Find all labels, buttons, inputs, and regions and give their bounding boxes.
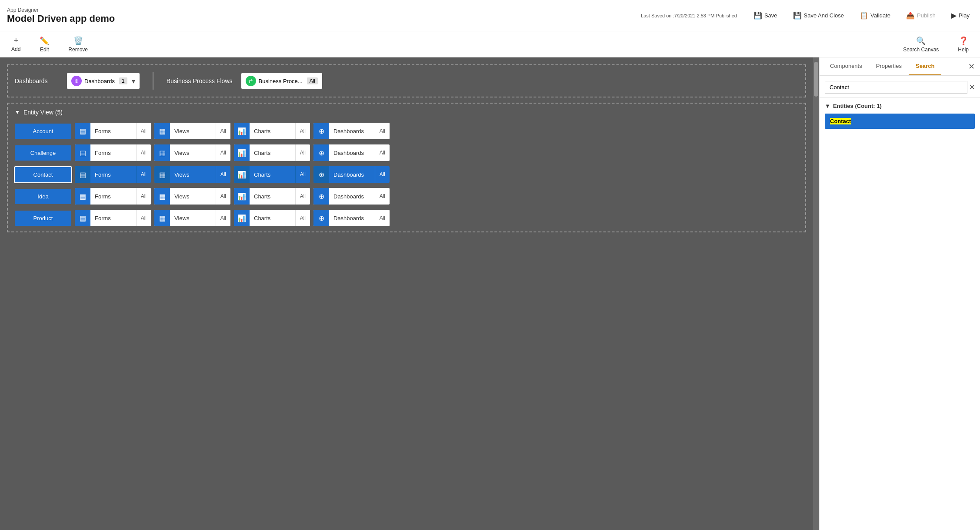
charts-icon: 📊 — [234, 210, 250, 226]
help-button[interactable]: ❓ Help — [953, 33, 973, 56]
forms-chip-label: Forms — [90, 215, 136, 221]
entity-name-button[interactable]: Idea — [15, 189, 71, 204]
views-chip-label: Views — [170, 128, 216, 134]
views-chip[interactable]: ▦ViewsAll — [154, 144, 230, 161]
search-input[interactable] — [825, 81, 967, 94]
save-button[interactable]: 💾 Save — [750, 10, 781, 21]
charts-chip[interactable]: 📊ChartsAll — [234, 166, 310, 183]
entity-name-button[interactable]: Account — [15, 124, 71, 139]
dashboards-entity-chip[interactable]: ⊕DashboardsAll — [313, 123, 390, 139]
play-button[interactable]: ▶ Play — [948, 10, 973, 21]
dashboards-entity-chip[interactable]: ⊕DashboardsAll — [313, 144, 390, 161]
save-close-button[interactable]: 💾 Save And Close — [790, 10, 848, 21]
charts-chip-count: All — [295, 210, 310, 226]
views-icon: ▦ — [154, 188, 170, 205]
add-button[interactable]: + Add — [7, 33, 25, 56]
entity-result-highlight: Contact — [830, 118, 851, 124]
views-chip-count: All — [216, 210, 230, 226]
collapse-arrow-icon[interactable]: ▼ — [15, 109, 20, 115]
edit-icon: ✏️ — [40, 36, 49, 46]
bpf-chip-count: All — [307, 77, 318, 84]
charts-chip-count: All — [295, 188, 310, 205]
app-title: Model Driven app demo — [7, 13, 115, 24]
entities-header[interactable]: ▼ Entities (Count: 1) — [825, 103, 975, 109]
forms-chip-count: All — [136, 166, 151, 183]
remove-button[interactable]: 🗑️ Remove — [64, 33, 92, 56]
entity-result[interactable]: Contact — [825, 114, 975, 129]
dashboards-chip[interactable]: ⊕ Dashboards 1 ▾ — [67, 73, 140, 89]
entity-row: Product▤FormsAll▦ViewsAll📊ChartsAll⊕Dash… — [15, 210, 798, 226]
charts-chip-count: All — [295, 144, 310, 161]
entity-rows: Account▤FormsAll▦ViewsAll📊ChartsAll⊕Dash… — [15, 123, 798, 226]
views-chip-label: Views — [170, 171, 216, 178]
dashboards-label: Dashboards — [15, 77, 58, 84]
dashboards-entity-chip-label: Dashboards — [329, 193, 375, 200]
bpf-label: Business Process Flows — [167, 77, 233, 84]
validate-icon: 📋 — [860, 11, 868, 20]
charts-icon: 📊 — [234, 144, 250, 161]
validate-button[interactable]: 📋 Validate — [856, 10, 894, 21]
main-layout: Dashboards ⊕ Dashboards 1 ▾ Business Pro… — [0, 57, 980, 530]
forms-icon: ▤ — [75, 123, 90, 139]
tab-search[interactable]: Search — [909, 57, 941, 75]
forms-chip[interactable]: ▤FormsAll — [75, 123, 151, 139]
edit-label: Edit — [40, 47, 49, 53]
forms-chip-count: All — [136, 123, 151, 139]
entity-name-button[interactable]: Product — [15, 211, 71, 226]
bpf-divider — [153, 72, 153, 90]
add-icon: + — [13, 36, 18, 45]
entities-collapse-icon: ▼ — [825, 103, 830, 109]
panel-close-button[interactable]: ✕ — [967, 60, 977, 73]
top-bar-right: Last Saved on :7/20/2021 2:53 PM Publish… — [641, 10, 973, 21]
charts-chip[interactable]: 📊ChartsAll — [234, 144, 310, 161]
entity-row: Account▤FormsAll▦ViewsAll📊ChartsAll⊕Dash… — [15, 123, 798, 139]
toolbar-right: 🔍 Search Canvas ❓ Help — [899, 33, 973, 56]
bpf-chip[interactable]: ⇄ Business Proce... All — [241, 73, 323, 89]
charts-chip[interactable]: 📊ChartsAll — [234, 188, 310, 205]
entity-row: Idea▤FormsAll▦ViewsAll📊ChartsAll⊕Dashboa… — [15, 188, 798, 205]
canvas-content[interactable]: Dashboards ⊕ Dashboards 1 ▾ Business Pro… — [0, 57, 813, 530]
remove-label: Remove — [68, 47, 88, 53]
dashboards-entity-chip-label: Dashboards — [329, 171, 375, 178]
views-chip[interactable]: ▦ViewsAll — [154, 188, 230, 205]
charts-chip[interactable]: 📊ChartsAll — [234, 123, 310, 139]
entity-name-button[interactable]: Challenge — [15, 145, 71, 161]
dashboards-chip-label: Dashboards — [84, 78, 115, 84]
dashboards-entity-chip-count: All — [375, 210, 390, 226]
views-chip-count: All — [216, 188, 230, 205]
search-clear-button[interactable]: ✕ — [969, 83, 975, 91]
dashboards-entity-chip[interactable]: ⊕DashboardsAll — [313, 166, 390, 183]
top-bar: App Designer Model Driven app demo Last … — [0, 0, 980, 31]
dashboards-entity-chip[interactable]: ⊕DashboardsAll — [313, 188, 390, 205]
forms-icon: ▤ — [75, 144, 90, 161]
entity-name-button[interactable]: Contact — [15, 167, 71, 182]
search-canvas-button[interactable]: 🔍 Search Canvas — [899, 33, 943, 56]
canvas-scrollbar[interactable] — [813, 57, 819, 530]
charts-chip-label: Charts — [250, 128, 295, 134]
dashboards-entity-chip[interactable]: ⊕DashboardsAll — [313, 210, 390, 226]
dashboards-entity-icon: ⊕ — [313, 188, 329, 205]
dashboards-dropdown-icon[interactable]: ▾ — [132, 77, 135, 85]
save-close-icon: 💾 — [793, 11, 802, 20]
forms-chip[interactable]: ▤FormsAll — [75, 166, 151, 183]
views-chip[interactable]: ▦ViewsAll — [154, 123, 230, 139]
forms-chip[interactable]: ▤FormsAll — [75, 210, 151, 226]
charts-chip-label: Charts — [250, 215, 295, 221]
help-label: Help — [958, 47, 969, 53]
forms-icon: ▤ — [75, 210, 90, 226]
forms-chip[interactable]: ▤FormsAll — [75, 188, 151, 205]
views-icon: ▦ — [154, 166, 170, 183]
forms-chip[interactable]: ▤FormsAll — [75, 144, 151, 161]
forms-icon: ▤ — [75, 166, 90, 183]
tab-properties[interactable]: Properties — [869, 57, 909, 75]
app-designer-label: App Designer — [7, 7, 115, 13]
views-chip[interactable]: ▦ViewsAll — [154, 210, 230, 226]
entity-view-header: ▼ Entity View (5) — [15, 109, 798, 116]
edit-button[interactable]: ✏️ Edit — [35, 33, 53, 56]
publish-button[interactable]: 📤 Publish — [903, 10, 939, 21]
views-chip[interactable]: ▦ViewsAll — [154, 166, 230, 183]
search-box: ✕ — [820, 76, 980, 97]
scrollbar-thumb — [814, 62, 818, 97]
charts-chip[interactable]: 📊ChartsAll — [234, 210, 310, 226]
tab-components[interactable]: Components — [823, 57, 869, 75]
